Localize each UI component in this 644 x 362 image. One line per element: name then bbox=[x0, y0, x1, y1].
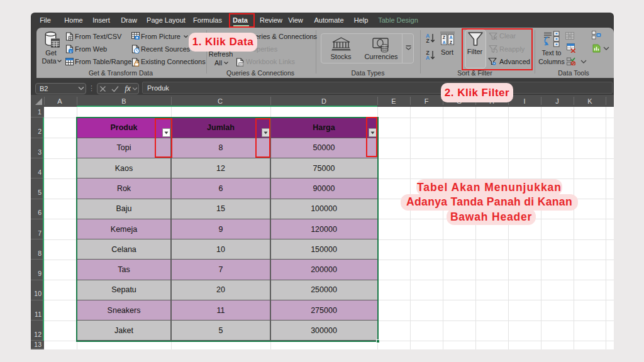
svg-text:A: A bbox=[426, 55, 430, 60]
svg-text:GO: GO bbox=[238, 63, 243, 66]
svg-text:Z: Z bbox=[443, 35, 446, 40]
svg-text:A: A bbox=[449, 35, 452, 40]
svg-text:i: i bbox=[70, 49, 72, 53]
svg-text:Z: Z bbox=[426, 38, 429, 43]
svg-text:A: A bbox=[442, 40, 445, 45]
svg-text:Z: Z bbox=[450, 40, 453, 45]
